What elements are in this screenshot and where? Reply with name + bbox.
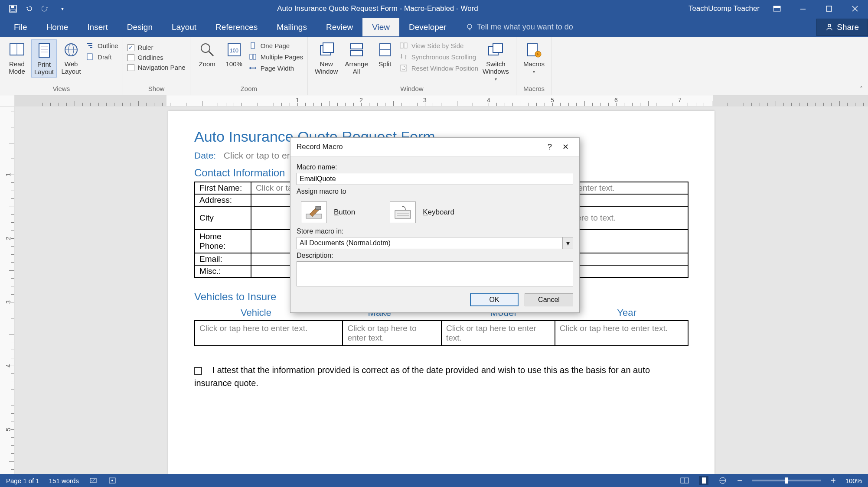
reset-window-icon [399, 64, 408, 72]
hundred-percent-button[interactable]: 100100% [222, 39, 247, 69]
tell-me-search[interactable]: Tell me what you want to do [456, 23, 573, 32]
one-page-button[interactable]: One Page [248, 41, 303, 50]
dialog-body: MMacro name:acro name: Assign macro to B… [290, 156, 579, 312]
status-words[interactable]: 151 words [49, 477, 79, 484]
read-mode-view-icon[interactable] [680, 476, 689, 485]
qat-customize-icon[interactable]: ▾ [58, 4, 67, 13]
tab-file[interactable]: File [4, 18, 37, 36]
svg-rect-32 [253, 54, 256, 59]
arrange-all-button[interactable]: Arrange All [342, 39, 370, 77]
spellcheck-icon[interactable] [88, 476, 98, 485]
description-textarea[interactable] [297, 261, 573, 286]
tab-home[interactable]: Home [37, 18, 78, 36]
chevron-down-icon[interactable]: ▾ [563, 237, 573, 249]
svg-point-26 [201, 44, 210, 52]
value-cell[interactable]: Click or tap here to enter text. [195, 321, 343, 346]
print-layout-button[interactable]: Print Layout [31, 39, 57, 78]
web-layout-icon [62, 41, 80, 58]
tab-view[interactable]: View [362, 18, 399, 36]
view-side-by-side-button[interactable]: View Side by Side [399, 41, 478, 50]
collapse-ribbon-icon[interactable]: ˄ [860, 85, 863, 92]
page-width-icon [248, 64, 257, 72]
assign-to-button[interactable]: Button [301, 201, 355, 223]
status-page[interactable]: Page 1 of 1 [6, 477, 39, 484]
svg-rect-56 [316, 206, 321, 210]
checkbox-icon [127, 44, 134, 51]
value-cell[interactable]: Click or tap here to enter text. [441, 321, 555, 346]
read-mode-button[interactable]: Read Mode [4, 39, 29, 77]
svg-line-27 [209, 52, 213, 56]
split-icon [376, 41, 394, 58]
tab-design[interactable]: Design [117, 18, 162, 36]
checkbox-icon [127, 54, 134, 61]
dialog-close-icon[interactable]: ✕ [558, 142, 573, 152]
svg-text:100: 100 [230, 48, 238, 54]
attest-checkbox[interactable] [194, 367, 202, 375]
undo-icon[interactable] [25, 4, 34, 13]
tell-me-label: Tell me what you want to do [477, 23, 573, 32]
redo-icon[interactable] [42, 4, 50, 13]
minimize-icon[interactable] [790, 0, 816, 17]
tab-developer[interactable]: Developer [399, 18, 456, 36]
reset-window-position-button[interactable]: Reset Window Position [399, 64, 478, 72]
assign-macro-label: Assign macro to [297, 188, 573, 195]
svg-rect-57 [395, 211, 411, 218]
switch-windows-button[interactable]: Switch Windows▾ [480, 39, 512, 83]
date-label: Date: [194, 150, 216, 160]
maximize-icon[interactable] [816, 0, 842, 17]
draft-button[interactable]: Draft [85, 52, 118, 61]
ribbon-group-macros: Macros▾ Macros [516, 37, 552, 95]
tab-mailings[interactable]: Mailings [267, 18, 317, 36]
ok-button[interactable]: OK [470, 293, 519, 306]
web-layout-view-icon[interactable] [718, 476, 728, 485]
macros-button[interactable]: Macros▾ [521, 39, 547, 76]
svg-point-49 [111, 480, 113, 481]
outline-button[interactable]: Outline [85, 41, 118, 50]
zoom-percent[interactable]: 100% [845, 477, 862, 484]
tab-review[interactable]: Review [317, 18, 362, 36]
zoom-button[interactable]: Zoom [195, 39, 220, 69]
multiple-pages-button[interactable]: Multiple Pages [248, 52, 303, 61]
tab-references[interactable]: References [206, 18, 267, 36]
share-icon [826, 23, 833, 31]
zoom-in-button[interactable]: + [831, 476, 836, 486]
gridlines-checkbox[interactable]: Gridlines [127, 54, 186, 61]
cancel-button[interactable]: Cancel [525, 293, 573, 306]
label-cell: First Name: [195, 182, 251, 194]
navigation-pane-checkbox[interactable]: Navigation Pane [127, 64, 186, 71]
share-button[interactable]: Share [816, 19, 868, 36]
new-window-button[interactable]: New Window [312, 39, 340, 77]
svg-rect-25 [87, 54, 92, 60]
close-window-icon[interactable] [842, 0, 868, 17]
ribbon-display-icon[interactable] [764, 0, 790, 17]
web-layout-button[interactable]: Web Layout [59, 39, 84, 77]
store-macro-select[interactable]: All Documents (Normal.dotm) ▾ [297, 237, 573, 249]
svg-rect-15 [39, 43, 49, 57]
value-cell[interactable]: Click or tap here to enter text. [343, 321, 441, 346]
save-icon[interactable] [9, 4, 17, 13]
page-width-button[interactable]: Page Width [248, 64, 303, 72]
zoom-slider[interactable] [752, 480, 821, 481]
label-cell: Misc.: [195, 265, 251, 277]
macro-name-input[interactable] [297, 173, 573, 185]
dialog-help-icon[interactable]: ? [542, 143, 558, 152]
account-name[interactable]: TeachUcomp Teacher [689, 4, 764, 13]
horizontal-ruler[interactable]: 1234567 [15, 95, 868, 107]
tab-insert[interactable]: Insert [78, 18, 117, 36]
value-cell[interactable]: Click or tap here to enter text. [555, 321, 688, 346]
zoom-icon [199, 41, 216, 58]
synchronous-scrolling-button[interactable]: Synchronous Scrolling [399, 52, 478, 61]
print-layout-view-icon[interactable] [699, 476, 708, 485]
print-layout-icon [36, 42, 53, 59]
dialog-titlebar: Record Macro ? ✕ [290, 138, 579, 156]
store-macro-label: Store macro in: [297, 227, 573, 235]
assign-to-keyboard[interactable]: Keyboard [390, 201, 454, 223]
vertical-ruler[interactable]: 12345 [0, 107, 15, 474]
macros-icon [525, 41, 542, 58]
split-button[interactable]: Split [372, 39, 398, 69]
tab-layout[interactable]: Layout [162, 18, 206, 36]
ruler-checkbox[interactable]: Ruler [127, 44, 186, 51]
macro-recording-icon[interactable] [108, 476, 117, 485]
zoom-out-button[interactable]: − [737, 476, 742, 486]
macro-name-label: MMacro name:acro name: [297, 163, 573, 171]
